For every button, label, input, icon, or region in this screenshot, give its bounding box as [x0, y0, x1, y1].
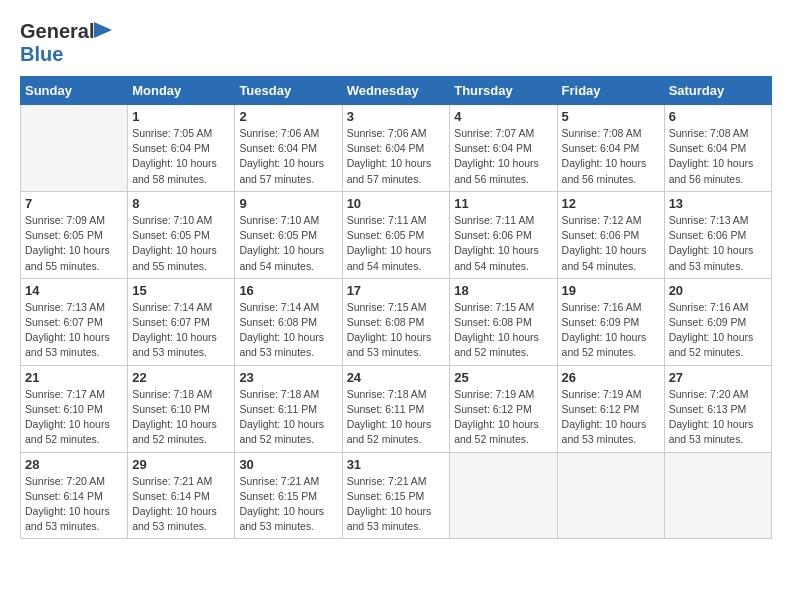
day-info: Sunrise: 7:14 AM Sunset: 6:07 PM Dayligh… — [132, 300, 230, 361]
calendar-week-row: 7Sunrise: 7:09 AM Sunset: 6:05 PM Daylig… — [21, 191, 772, 278]
day-info: Sunrise: 7:16 AM Sunset: 6:09 PM Dayligh… — [562, 300, 660, 361]
day-info: Sunrise: 7:19 AM Sunset: 6:12 PM Dayligh… — [454, 387, 552, 448]
calendar-table: Sunday Monday Tuesday Wednesday Thursday… — [20, 76, 772, 539]
table-row: 19Sunrise: 7:16 AM Sunset: 6:09 PM Dayli… — [557, 278, 664, 365]
day-number: 11 — [454, 196, 552, 211]
logo: General Blue — [20, 20, 94, 66]
table-row — [664, 452, 771, 539]
day-info: Sunrise: 7:08 AM Sunset: 6:04 PM Dayligh… — [669, 126, 767, 187]
day-number: 7 — [25, 196, 123, 211]
day-number: 10 — [347, 196, 446, 211]
calendar-week-row: 21Sunrise: 7:17 AM Sunset: 6:10 PM Dayli… — [21, 365, 772, 452]
day-number: 2 — [239, 109, 337, 124]
page-header: General Blue — [20, 20, 772, 66]
calendar-week-row: 28Sunrise: 7:20 AM Sunset: 6:14 PM Dayli… — [21, 452, 772, 539]
day-info: Sunrise: 7:21 AM Sunset: 6:15 PM Dayligh… — [239, 474, 337, 535]
table-row: 17Sunrise: 7:15 AM Sunset: 6:08 PM Dayli… — [342, 278, 450, 365]
table-row: 2Sunrise: 7:06 AM Sunset: 6:04 PM Daylig… — [235, 105, 342, 192]
table-row: 14Sunrise: 7:13 AM Sunset: 6:07 PM Dayli… — [21, 278, 128, 365]
svg-marker-0 — [94, 22, 112, 38]
day-number: 22 — [132, 370, 230, 385]
calendar-header-row: Sunday Monday Tuesday Wednesday Thursday… — [21, 77, 772, 105]
table-row: 18Sunrise: 7:15 AM Sunset: 6:08 PM Dayli… — [450, 278, 557, 365]
day-number: 5 — [562, 109, 660, 124]
day-info: Sunrise: 7:13 AM Sunset: 6:07 PM Dayligh… — [25, 300, 123, 361]
table-row: 13Sunrise: 7:13 AM Sunset: 6:06 PM Dayli… — [664, 191, 771, 278]
table-row: 12Sunrise: 7:12 AM Sunset: 6:06 PM Dayli… — [557, 191, 664, 278]
logo-arrow-icon — [94, 22, 112, 38]
day-number: 24 — [347, 370, 446, 385]
day-info: Sunrise: 7:16 AM Sunset: 6:09 PM Dayligh… — [669, 300, 767, 361]
table-row — [557, 452, 664, 539]
day-number: 8 — [132, 196, 230, 211]
day-number: 19 — [562, 283, 660, 298]
table-row: 3Sunrise: 7:06 AM Sunset: 6:04 PM Daylig… — [342, 105, 450, 192]
day-number: 14 — [25, 283, 123, 298]
table-row: 11Sunrise: 7:11 AM Sunset: 6:06 PM Dayli… — [450, 191, 557, 278]
day-number: 27 — [669, 370, 767, 385]
day-info: Sunrise: 7:12 AM Sunset: 6:06 PM Dayligh… — [562, 213, 660, 274]
day-info: Sunrise: 7:15 AM Sunset: 6:08 PM Dayligh… — [347, 300, 446, 361]
day-info: Sunrise: 7:14 AM Sunset: 6:08 PM Dayligh… — [239, 300, 337, 361]
day-number: 25 — [454, 370, 552, 385]
table-row: 22Sunrise: 7:18 AM Sunset: 6:10 PM Dayli… — [128, 365, 235, 452]
day-number: 12 — [562, 196, 660, 211]
table-row: 7Sunrise: 7:09 AM Sunset: 6:05 PM Daylig… — [21, 191, 128, 278]
day-number: 13 — [669, 196, 767, 211]
day-info: Sunrise: 7:18 AM Sunset: 6:11 PM Dayligh… — [347, 387, 446, 448]
calendar-week-row: 1Sunrise: 7:05 AM Sunset: 6:04 PM Daylig… — [21, 105, 772, 192]
col-tuesday: Tuesday — [235, 77, 342, 105]
day-info: Sunrise: 7:15 AM Sunset: 6:08 PM Dayligh… — [454, 300, 552, 361]
table-row: 10Sunrise: 7:11 AM Sunset: 6:05 PM Dayli… — [342, 191, 450, 278]
day-info: Sunrise: 7:20 AM Sunset: 6:13 PM Dayligh… — [669, 387, 767, 448]
day-number: 30 — [239, 457, 337, 472]
day-info: Sunrise: 7:05 AM Sunset: 6:04 PM Dayligh… — [132, 126, 230, 187]
table-row: 20Sunrise: 7:16 AM Sunset: 6:09 PM Dayli… — [664, 278, 771, 365]
table-row: 26Sunrise: 7:19 AM Sunset: 6:12 PM Dayli… — [557, 365, 664, 452]
table-row: 15Sunrise: 7:14 AM Sunset: 6:07 PM Dayli… — [128, 278, 235, 365]
table-row: 1Sunrise: 7:05 AM Sunset: 6:04 PM Daylig… — [128, 105, 235, 192]
table-row: 6Sunrise: 7:08 AM Sunset: 6:04 PM Daylig… — [664, 105, 771, 192]
day-info: Sunrise: 7:11 AM Sunset: 6:05 PM Dayligh… — [347, 213, 446, 274]
table-row: 4Sunrise: 7:07 AM Sunset: 6:04 PM Daylig… — [450, 105, 557, 192]
table-row — [450, 452, 557, 539]
day-number: 18 — [454, 283, 552, 298]
day-number: 21 — [25, 370, 123, 385]
day-number: 9 — [239, 196, 337, 211]
day-number: 16 — [239, 283, 337, 298]
day-info: Sunrise: 7:06 AM Sunset: 6:04 PM Dayligh… — [347, 126, 446, 187]
day-number: 29 — [132, 457, 230, 472]
day-info: Sunrise: 7:09 AM Sunset: 6:05 PM Dayligh… — [25, 213, 123, 274]
table-row: 28Sunrise: 7:20 AM Sunset: 6:14 PM Dayli… — [21, 452, 128, 539]
calendar-week-row: 14Sunrise: 7:13 AM Sunset: 6:07 PM Dayli… — [21, 278, 772, 365]
day-info: Sunrise: 7:20 AM Sunset: 6:14 PM Dayligh… — [25, 474, 123, 535]
day-number: 4 — [454, 109, 552, 124]
table-row: 9Sunrise: 7:10 AM Sunset: 6:05 PM Daylig… — [235, 191, 342, 278]
day-number: 23 — [239, 370, 337, 385]
table-row: 5Sunrise: 7:08 AM Sunset: 6:04 PM Daylig… — [557, 105, 664, 192]
day-info: Sunrise: 7:21 AM Sunset: 6:15 PM Dayligh… — [347, 474, 446, 535]
day-number: 17 — [347, 283, 446, 298]
day-number: 20 — [669, 283, 767, 298]
table-row: 23Sunrise: 7:18 AM Sunset: 6:11 PM Dayli… — [235, 365, 342, 452]
table-row: 16Sunrise: 7:14 AM Sunset: 6:08 PM Dayli… — [235, 278, 342, 365]
col-sunday: Sunday — [21, 77, 128, 105]
day-info: Sunrise: 7:19 AM Sunset: 6:12 PM Dayligh… — [562, 387, 660, 448]
day-info: Sunrise: 7:06 AM Sunset: 6:04 PM Dayligh… — [239, 126, 337, 187]
col-wednesday: Wednesday — [342, 77, 450, 105]
col-monday: Monday — [128, 77, 235, 105]
col-friday: Friday — [557, 77, 664, 105]
day-number: 26 — [562, 370, 660, 385]
day-number: 15 — [132, 283, 230, 298]
col-thursday: Thursday — [450, 77, 557, 105]
day-number: 3 — [347, 109, 446, 124]
table-row: 27Sunrise: 7:20 AM Sunset: 6:13 PM Dayli… — [664, 365, 771, 452]
day-info: Sunrise: 7:11 AM Sunset: 6:06 PM Dayligh… — [454, 213, 552, 274]
table-row: 24Sunrise: 7:18 AM Sunset: 6:11 PM Dayli… — [342, 365, 450, 452]
day-info: Sunrise: 7:18 AM Sunset: 6:11 PM Dayligh… — [239, 387, 337, 448]
day-number: 1 — [132, 109, 230, 124]
day-info: Sunrise: 7:18 AM Sunset: 6:10 PM Dayligh… — [132, 387, 230, 448]
table-row: 25Sunrise: 7:19 AM Sunset: 6:12 PM Dayli… — [450, 365, 557, 452]
table-row: 8Sunrise: 7:10 AM Sunset: 6:05 PM Daylig… — [128, 191, 235, 278]
day-info: Sunrise: 7:21 AM Sunset: 6:14 PM Dayligh… — [132, 474, 230, 535]
